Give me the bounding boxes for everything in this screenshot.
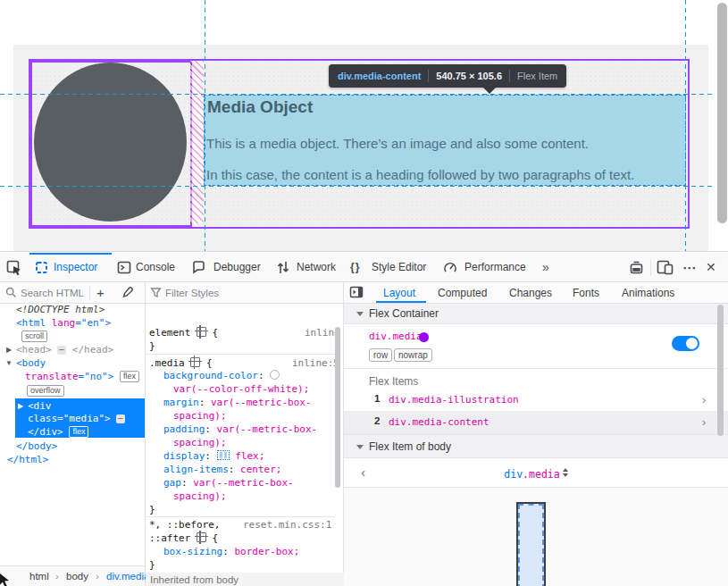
markup-head-row[interactable]: <head> ⋯ </head> bbox=[16, 344, 113, 356]
tab-debugger[interactable]: Debugger bbox=[213, 253, 261, 282]
item-index: 2 bbox=[374, 415, 380, 426]
search-html-input[interactable]: Search HTML bbox=[21, 282, 84, 304]
markup-body-open[interactable]: <body bbox=[16, 357, 46, 369]
color-swatch-icon[interactable] bbox=[270, 370, 280, 380]
div-close-tag: </div> bbox=[28, 426, 63, 438]
style-editor-icon: { } bbox=[350, 253, 359, 282]
property-value: var(--color-off-white); bbox=[173, 383, 309, 395]
responsive-design-mode-icon[interactable] bbox=[657, 260, 674, 275]
tab-network[interactable]: Network bbox=[297, 253, 336, 282]
flex-highlighter-toggle-icon[interactable] bbox=[217, 450, 230, 460]
flex-container-section-header[interactable]: Flex Container bbox=[344, 304, 728, 324]
scroll-badge[interactable]: scroll bbox=[21, 331, 47, 342]
css-declaration[interactable]: padding: var(--metric-box- bbox=[163, 423, 317, 435]
selector-highlighter-icon[interactable] bbox=[190, 357, 200, 367]
sort-arrows-icon bbox=[563, 468, 568, 477]
markup-div-open[interactable]: <div bbox=[28, 400, 52, 412]
flex-overlay-line-left bbox=[205, 0, 205, 251]
css-declaration[interactable]: background-color: bbox=[163, 370, 280, 381]
infobar-role: Flex Item bbox=[517, 71, 557, 81]
chevron-right-icon: › bbox=[702, 415, 706, 429]
selector-highlighter-icon[interactable] bbox=[197, 327, 206, 337]
css-declaration[interactable]: gap: var(--metric-box- bbox=[163, 477, 294, 489]
filter-styles-input[interactable]: Filter Styles bbox=[165, 282, 219, 304]
tab-inspector[interactable]: Inspector bbox=[54, 253, 97, 282]
page-scrollbar[interactable] bbox=[717, 3, 727, 223]
filter-icon bbox=[150, 287, 162, 298]
head-close-tag: </head> bbox=[72, 344, 113, 356]
markup-body-close[interactable]: </body> bbox=[16, 440, 57, 452]
markup-html-open[interactable]: <html lang="en"> bbox=[16, 317, 111, 329]
item-selector: div.media-content bbox=[389, 416, 490, 428]
div-class-attr: class="media"> bbox=[28, 413, 111, 424]
element-rule-close: } bbox=[149, 340, 155, 352]
add-node-button[interactable]: + bbox=[96, 282, 105, 304]
flex-wrap-badge: nowrap bbox=[394, 348, 432, 362]
flex-item-of-body-header[interactable]: Flex Item of body bbox=[344, 434, 728, 458]
breadcrumb-body[interactable]: body bbox=[66, 566, 88, 586]
colon: : bbox=[181, 477, 193, 489]
markup-body-attrs[interactable]: translate="no"> flex bbox=[25, 371, 139, 382]
inherited-from-body-header: Inherited from body bbox=[146, 573, 347, 586]
property-value: var(--metric-box- bbox=[217, 423, 318, 435]
flex-item-row-2[interactable]: 2 div.media-content › bbox=[344, 411, 728, 434]
item-index: 1 bbox=[374, 393, 380, 404]
head-twisty[interactable]: ▶ bbox=[6, 346, 12, 354]
media-rule-location[interactable]: inline:5 bbox=[292, 357, 339, 369]
head-expand-chip[interactable]: ⋯ bbox=[57, 346, 66, 355]
markup-doctype[interactable]: <!DOCTYPE html> bbox=[16, 304, 105, 315]
section-title: Flex Item of body bbox=[369, 440, 451, 453]
eyedropper-icon[interactable] bbox=[121, 286, 134, 299]
reset-rule-location[interactable]: reset.min.css:1 bbox=[243, 519, 331, 531]
div-flex-badge[interactable]: flex bbox=[69, 426, 88, 438]
layout-scrollbar[interactable] bbox=[717, 305, 724, 436]
property-name: padding bbox=[163, 423, 205, 435]
body-tag: <body bbox=[16, 357, 46, 369]
css-declaration-cont: spacing); bbox=[173, 410, 227, 422]
markup-div-class[interactable]: class="media"> ⋯ bbox=[28, 413, 125, 424]
element-selector[interactable]: element bbox=[149, 327, 190, 339]
devtools-toolbar bbox=[0, 253, 728, 282]
rules-scrollbar[interactable] bbox=[335, 327, 340, 488]
breadcrumb-bar: html › body › div.media bbox=[0, 565, 145, 586]
section-divider bbox=[344, 368, 728, 369]
tab-console[interactable]: Console bbox=[136, 253, 175, 282]
property-value: spacing); bbox=[173, 490, 227, 502]
dock-to-bottom-icon[interactable] bbox=[629, 260, 644, 275]
more-options-icon[interactable]: ⋯ bbox=[682, 253, 697, 282]
body-flex-badge[interactable]: flex bbox=[120, 371, 139, 382]
colon: : bbox=[258, 370, 270, 381]
pick-element-icon[interactable] bbox=[6, 260, 22, 276]
css-declaration[interactable]: display: flex; bbox=[163, 450, 264, 462]
infobar-arrow bbox=[482, 87, 497, 94]
flex-overlay-toggle[interactable] bbox=[672, 336, 699, 351]
property-value: center; bbox=[240, 464, 281, 475]
breadcrumb-html[interactable]: html bbox=[29, 566, 49, 586]
markup-html-close[interactable]: </html> bbox=[7, 454, 48, 465]
media-rule-selector-row: .media { bbox=[149, 357, 213, 369]
overlay-color-swatch[interactable] bbox=[419, 332, 429, 342]
breadcrumb-div-media[interactable]: div.media bbox=[106, 566, 149, 586]
selector-highlighter-icon[interactable] bbox=[197, 532, 206, 542]
overflow-badge[interactable]: overflow bbox=[27, 385, 64, 397]
infobar-divider bbox=[428, 70, 429, 82]
flex-item-nav-row: ‹ div.media bbox=[344, 458, 728, 488]
css-declaration[interactable]: align-items: center; bbox=[163, 464, 281, 475]
flex-item-row-1[interactable]: 1 div.media-illustration › bbox=[344, 389, 728, 411]
colon: : bbox=[222, 546, 234, 557]
css-declaration[interactable]: box-sizing: border-box; bbox=[163, 546, 299, 557]
close-devtools-icon[interactable]: ✕ bbox=[706, 253, 716, 282]
body-twisty[interactable]: ▼ bbox=[5, 359, 13, 367]
media-paragraph-1: This is a media object. There’s an image… bbox=[206, 136, 589, 151]
console-icon bbox=[117, 261, 131, 274]
media-selector[interactable]: .media bbox=[149, 357, 185, 369]
sidebar-toggle-icon[interactable] bbox=[349, 286, 364, 298]
flex-container-selector[interactable]: div.media bbox=[369, 331, 423, 342]
div-twisty[interactable]: ▶ bbox=[18, 402, 23, 410]
reset-rule-close: } bbox=[149, 559, 155, 571]
markup-div-close[interactable]: </div> flex bbox=[28, 426, 88, 438]
colon: : bbox=[205, 450, 216, 462]
current-flex-item-select[interactable]: div.media bbox=[344, 465, 728, 481]
div-expand-chip[interactable]: ⋯ bbox=[116, 414, 125, 423]
css-declaration[interactable]: margin: var(--metric-box- bbox=[163, 397, 312, 408]
